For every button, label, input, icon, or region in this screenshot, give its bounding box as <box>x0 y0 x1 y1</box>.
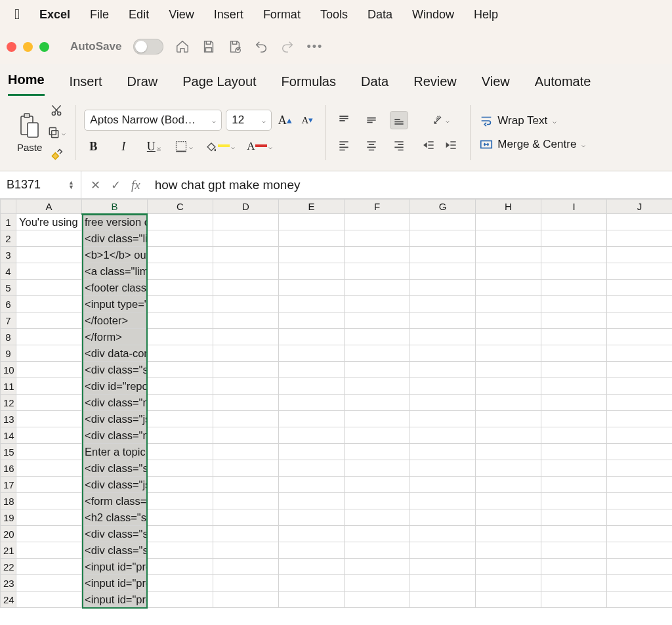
cell[interactable] <box>541 427 607 444</box>
cell[interactable] <box>410 329 476 345</box>
cell[interactable] <box>410 493 476 509</box>
quickbar-more-icon[interactable]: ••• <box>306 40 323 54</box>
cell[interactable] <box>541 509 607 526</box>
cell[interactable] <box>279 444 345 460</box>
cell[interactable] <box>345 247 410 263</box>
cell[interactable]: <div class="search__form_fields_containe… <box>82 526 148 542</box>
cell[interactable] <box>16 559 82 575</box>
cell[interactable] <box>345 362 410 378</box>
col-header-c[interactable]: C <box>148 200 213 214</box>
cell[interactable] <box>279 526 345 542</box>
save-icon[interactable] <box>201 39 216 54</box>
cell[interactable] <box>16 427 82 444</box>
cell[interactable] <box>345 329 410 345</box>
cell[interactable] <box>345 444 410 460</box>
cell[interactable] <box>410 378 476 395</box>
tab-formulas[interactable]: Formulas <box>282 68 336 96</box>
tab-view[interactable]: View <box>482 68 510 96</box>
cell[interactable] <box>279 559 345 575</box>
menu-data[interactable]: Data <box>368 8 392 22</box>
cell[interactable] <box>148 378 213 395</box>
cell[interactable] <box>213 559 279 575</box>
align-middle-icon[interactable] <box>362 111 381 129</box>
cell[interactable] <box>279 329 345 345</box>
cell[interactable] <box>541 526 607 542</box>
align-top-icon[interactable] <box>335 111 353 129</box>
cell[interactable] <box>345 312 410 329</box>
row-header[interactable]: 14 <box>1 427 16 444</box>
cell[interactable] <box>476 493 541 509</box>
cell[interactable] <box>213 280 279 296</box>
cell[interactable] <box>410 214 476 230</box>
row-header[interactable]: 3 <box>1 247 16 263</box>
menu-help[interactable]: Help <box>474 8 498 22</box>
align-left-icon[interactable] <box>335 136 353 154</box>
underline-button[interactable]: U⌵ <box>144 137 163 156</box>
cell[interactable] <box>541 247 607 263</box>
cell[interactable] <box>16 312 82 329</box>
home-icon[interactable] <box>175 39 190 54</box>
cell[interactable] <box>148 214 213 230</box>
autosave-toggle[interactable] <box>133 39 163 54</box>
cell[interactable] <box>410 247 476 263</box>
cell[interactable] <box>148 263 213 280</box>
cell[interactable] <box>345 526 410 542</box>
font-color-button[interactable]: A ⌵ <box>247 137 272 156</box>
cell[interactable] <box>148 509 213 526</box>
orientation-icon[interactable]: ab⌵ <box>420 111 461 129</box>
row-header[interactable]: 19 <box>1 509 16 526</box>
cell[interactable] <box>148 444 213 460</box>
row-header[interactable]: 12 <box>1 395 16 411</box>
cell[interactable] <box>541 575 607 592</box>
cell[interactable] <box>16 411 82 427</box>
cell[interactable] <box>279 214 345 230</box>
row-header[interactable]: 18 <box>1 493 16 509</box>
col-header-d[interactable]: D <box>213 200 279 214</box>
apple-menu-icon[interactable]:  <box>14 6 20 23</box>
menu-window[interactable]: Window <box>412 8 454 22</box>
grid[interactable]: A B C D E F G H I J 1You're using afree … <box>0 199 672 608</box>
cell[interactable] <box>148 575 213 592</box>
cell[interactable] <box>148 526 213 542</box>
cell[interactable]: <div class="search__toggles"> <box>82 542 148 559</box>
cell[interactable] <box>345 477 410 493</box>
cell[interactable]: </form> <box>82 329 148 345</box>
font-name-select[interactable]: Aptos Narrow (Bod…⌵ <box>84 110 222 131</box>
row-header[interactable]: 20 <box>1 526 16 542</box>
decrease-font-icon[interactable]: A▾ <box>298 111 316 129</box>
cell[interactable] <box>148 427 213 444</box>
cell[interactable] <box>607 329 673 345</box>
cell[interactable] <box>541 329 607 345</box>
cell[interactable] <box>213 329 279 345</box>
cell[interactable] <box>410 444 476 460</box>
cell[interactable] <box>345 509 410 526</box>
undo-icon[interactable] <box>254 39 268 54</box>
menu-view[interactable]: View <box>169 8 194 22</box>
cell[interactable] <box>213 575 279 592</box>
cell[interactable] <box>148 477 213 493</box>
cell[interactable] <box>148 345 213 362</box>
cell[interactable] <box>607 509 673 526</box>
cell[interactable] <box>476 329 541 345</box>
cell[interactable] <box>410 477 476 493</box>
cell[interactable] <box>345 542 410 559</box>
tab-draw[interactable]: Draw <box>127 68 158 96</box>
cell[interactable] <box>607 345 673 362</box>
cell[interactable]: <div data-controller="micromodal sticky … <box>82 345 148 362</box>
cell[interactable] <box>541 460 607 477</box>
cell[interactable] <box>410 395 476 411</box>
tab-page-layout[interactable]: Page Layout <box>182 68 256 96</box>
cell[interactable] <box>148 542 213 559</box>
cell[interactable] <box>345 493 410 509</box>
row-header[interactable]: 2 <box>1 230 16 247</box>
col-header-e[interactable]: E <box>279 200 345 214</box>
cell[interactable] <box>213 312 279 329</box>
cell[interactable] <box>476 575 541 592</box>
row-header[interactable]: 15 <box>1 444 16 460</box>
cell[interactable] <box>541 263 607 280</box>
cell[interactable] <box>476 263 541 280</box>
cell[interactable] <box>213 378 279 395</box>
cell[interactable]: <input id="provider_gweb" hidden="hidden… <box>82 559 148 575</box>
cell[interactable] <box>345 411 410 427</box>
cell[interactable] <box>607 411 673 427</box>
